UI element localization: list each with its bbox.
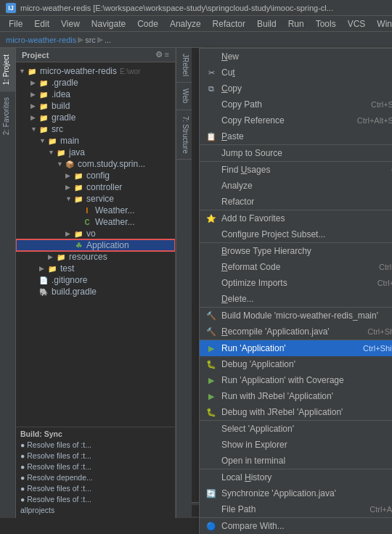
label-src: src — [52, 124, 63, 134]
ctx-find-usages[interactable]: Find Usages Ctrl+G — [200, 162, 392, 178]
tree-item-controller[interactable]: ▶ 📁 controller — [16, 181, 175, 193]
menu-analyze[interactable]: Analyze — [164, 17, 207, 30]
tree-item-build[interactable]: ▶ 📁 build — [16, 100, 175, 112]
tree-item-resources[interactable]: ▶ 📁 resources — [16, 251, 175, 263]
ctx-copy-path-icon — [205, 99, 217, 110]
ctx-optimize-label: Optimize Imports — [221, 278, 363, 288]
tree-item-config[interactable]: ▶ 📁 config — [16, 170, 175, 181]
menu-vcs[interactable]: VCS — [342, 17, 372, 30]
menu-run[interactable]: Run — [282, 17, 310, 30]
ctx-run-jr-label: Run with JRebel 'Application' — [221, 391, 392, 401]
ctx-run-label: Run 'Application' — [221, 343, 348, 353]
ctx-add-favorites[interactable]: ⭐ Add to Favorites ▶ — [200, 210, 392, 226]
ctx-copy-path[interactable]: Copy Path Ctrl+Shift+C — [200, 96, 392, 112]
ctx-reformat[interactable]: Reformat Code Ctrl+Alt+L — [200, 259, 392, 275]
ctx-paste[interactable]: 📋 Paste Ctrl+V — [200, 128, 392, 144]
ctx-cut[interactable]: ✂ Cut Ctrl+X — [200, 65, 392, 81]
ctx-find-label: Find Usages — [221, 165, 377, 175]
project-tree[interactable]: ▼ 📁 micro-weather-redis E:\wor ▶ 📁 .grad… — [16, 62, 175, 427]
ctx-refactor[interactable]: Refactor ▶ — [200, 194, 392, 210]
ctx-section-8: Select 'Application' Show in Explorer Op… — [200, 421, 392, 469]
ctx-terminal-icon — [205, 455, 217, 467]
ctx-reformat-icon — [205, 261, 217, 273]
tab-jrebel[interactable]: JRebel — [176, 48, 192, 83]
tree-item-src[interactable]: ▼ 📁 src — [16, 123, 175, 135]
tree-item-weather1[interactable]: ▶ I Weather... — [16, 205, 175, 216]
tree-item-main[interactable]: ▼ 📁 main — [16, 135, 175, 147]
arrow-package: ▼ — [57, 160, 64, 168]
ctx-run-jrebel[interactable]: ▶ Run with JRebel 'Application' — [200, 388, 392, 404]
breadcrumb-more[interactable]: ... — [105, 36, 111, 44]
ctx-open-terminal[interactable]: Open in terminal — [200, 453, 392, 469]
tree-item-application[interactable]: ▶ ☘ Application — [16, 239, 175, 251]
ctx-copy[interactable]: ⧉ Copy Ctrl+C — [200, 81, 392, 96]
ctx-debug-application[interactable]: 🐛 Debug 'Application' — [200, 356, 392, 372]
ctx-local-history[interactable]: Local History ▶ — [200, 469, 392, 485]
menu-build[interactable]: Build — [251, 17, 282, 30]
ctx-compare-with[interactable]: 🔵 Compare With... Ctrl+D — [200, 518, 392, 534]
tab-structure[interactable]: 7: Structure — [176, 110, 192, 160]
ctx-copy-reference[interactable]: Copy Reference Ctrl+Alt+Shift+C — [200, 112, 392, 128]
ctx-reformat-shortcut: Ctrl+Alt+L — [379, 263, 392, 271]
build-line-7: allprojects — [20, 505, 171, 516]
tree-item-weather2[interactable]: ▶ C Weather... — [16, 216, 175, 228]
ctx-synchronize[interactable]: 🔄 Synchronize 'Application.java' — [200, 485, 392, 501]
ctx-run-coverage[interactable]: ▶ Run 'Application' with Coverage — [200, 372, 392, 388]
menu-tools[interactable]: Tools — [310, 17, 342, 30]
icon-gitignore: 📄 — [38, 275, 49, 285]
tab-favorites[interactable]: 2: Favorites — [0, 91, 15, 141]
tree-item-package[interactable]: ▼ 📦 com.study.sprin... — [16, 158, 175, 170]
ctx-delete[interactable]: Delete... Delete — [200, 291, 392, 307]
ctx-path-shortcut: Ctrl+Alt+F12 — [369, 505, 392, 514]
ctx-build-module-icon: 🔨 — [205, 310, 217, 321]
ctx-optimize[interactable]: Optimize Imports Ctrl+Alt+O — [200, 275, 392, 291]
breadcrumb-src[interactable]: src — [85, 36, 96, 44]
menu-code[interactable]: Code — [131, 17, 164, 30]
tree-item-service[interactable]: ▼ 📁 service — [16, 193, 175, 205]
ctx-file-path[interactable]: File Path Ctrl+Alt+F12 — [200, 501, 392, 517]
menu-edit[interactable]: Edit — [28, 17, 55, 30]
tab-web[interactable]: Web — [176, 83, 192, 110]
ctx-run-application[interactable]: ▶ Run 'Application' Ctrl+Shift+F10 — [200, 340, 392, 356]
tree-item-idea[interactable]: ▶ 📁 .idea — [16, 89, 175, 100]
menu-view[interactable]: View — [55, 17, 86, 30]
ctx-debug-label: Debug 'Application' — [221, 359, 392, 369]
tree-item-root[interactable]: ▼ 📁 micro-weather-redis E:\wor — [16, 65, 175, 77]
tree-item-gitignore[interactable]: ▶ 📄 .gitignore — [16, 274, 175, 286]
tree-item-gradle-dir[interactable]: ▶ 📁 gradle — [16, 112, 175, 123]
ctx-show-explorer[interactable]: Show in Explorer — [200, 437, 392, 453]
ctx-sync-label: Synchronize 'Application.java' — [221, 488, 392, 498]
ctx-build-module[interactable]: 🔨 Build Module 'micro-weather-redis_main… — [200, 308, 392, 324]
arrow-service: ▼ — [65, 195, 73, 202]
ctx-new[interactable]: New ▶ — [200, 49, 392, 65]
breadcrumb-project[interactable]: micro-weather-redis — [6, 36, 76, 44]
tree-item-java[interactable]: ▼ 📁 java — [16, 147, 175, 158]
label-application: Application — [86, 240, 129, 250]
ctx-configure-subset[interactable]: Configure Project Subset... — [200, 226, 392, 242]
ctx-select[interactable]: Select 'Application' — [200, 421, 392, 437]
tree-item-build-gradle[interactable]: ▶ 🐘 build.gradle — [16, 286, 175, 297]
menu-bar: File Edit View Navigate Code Analyze Ref… — [0, 16, 392, 32]
ctx-paste-icon: 📋 — [205, 131, 217, 142]
ctx-analyze[interactable]: Analyze ▶ — [200, 178, 392, 194]
label-root: micro-weather-redis — [40, 66, 117, 76]
label-build: build — [52, 101, 70, 111]
ctx-jump-source[interactable]: Jump to Source F12 — [200, 145, 392, 161]
ctx-cut-label: Cut — [221, 67, 377, 78]
ctx-select-label: Select 'Application' — [221, 424, 392, 434]
ctx-paste-label: Paste — [221, 131, 377, 141]
icon-application: ☘ — [73, 240, 84, 250]
ctx-debug-jrebel[interactable]: 🐛 Debug with JRebel 'Application' — [200, 404, 392, 420]
menu-window[interactable]: Window — [371, 17, 392, 30]
ctx-browse-hierarchy[interactable]: Browse Type Hierarchy F4 — [200, 243, 392, 259]
tree-item-gradle[interactable]: ▶ 📁 .gradle — [16, 77, 175, 89]
menu-navigate[interactable]: Navigate — [86, 17, 131, 30]
label-weather1: Weather... — [95, 205, 134, 215]
ctx-run-shortcut: Ctrl+Shift+F10 — [363, 344, 392, 353]
menu-refactor[interactable]: Refactor — [207, 17, 251, 30]
menu-file[interactable]: File — [3, 17, 28, 30]
tree-item-test[interactable]: ▶ 📁 test — [16, 263, 175, 274]
ctx-recompile[interactable]: 🔨 Recompile 'Application.java' Ctrl+Shif… — [200, 324, 392, 340]
tree-item-vo[interactable]: ▶ 📁 vo — [16, 228, 175, 239]
tab-project[interactable]: 1: Project — [0, 48, 15, 91]
